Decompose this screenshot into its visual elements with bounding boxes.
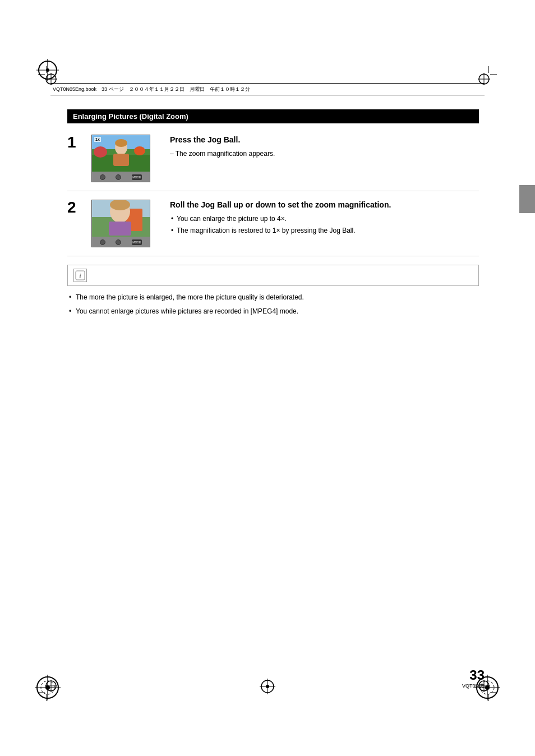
svg-point-41 xyxy=(94,146,107,158)
step-1-desc: – The zoom magnification appears. xyxy=(170,149,479,159)
large-reg-bl2 xyxy=(35,675,61,703)
main-content: Enlarging Pictures (Digital Zoom) 1 xyxy=(67,109,479,321)
large-reg-tl xyxy=(36,59,59,84)
note-icon: i xyxy=(73,269,87,282)
step-2-title: Roll the Jog Ball up or down to set the … xyxy=(170,200,479,210)
section-title: Enlarging Pictures (Digital Zoom) xyxy=(67,109,479,123)
step-1-zoom-label: 1x xyxy=(94,137,101,142)
ctrl-btn-4 xyxy=(116,239,121,245)
ctrl-mode-btn-2: MODE xyxy=(132,239,142,245)
center-reg-bottom xyxy=(260,679,275,697)
svg-point-45 xyxy=(115,139,127,147)
svg-rect-51 xyxy=(109,222,131,236)
step-1-number: 1 xyxy=(67,135,87,182)
step-1-content: Press the Jog Ball. – The zoom magnifica… xyxy=(170,135,479,182)
step-1-camera-image: 1x MODE xyxy=(91,135,150,182)
page-number-area: 33 VQT0N05 xyxy=(462,667,485,689)
page-number: 33 xyxy=(462,667,485,683)
step-2-bullet-2: The magnification is restored to 1× by p… xyxy=(177,226,479,236)
header-rule: VQT0N05Eng.book 33 ページ ２００４年１１月２２日 月曜日 午… xyxy=(50,83,485,95)
step-2-controls: MODE xyxy=(92,237,150,247)
step-1-image-wrapper: 1x MODE xyxy=(91,135,162,182)
ctrl-btn-3 xyxy=(100,239,105,245)
header-text: VQT0N05Eng.book 33 ページ ２００４年１１月２２日 月曜日 午… xyxy=(53,86,250,93)
note-2: You cannot enlarge pictures while pictur… xyxy=(76,307,479,316)
step-1-title: Press the Jog Ball. xyxy=(170,135,479,145)
svg-point-42 xyxy=(134,146,145,155)
ctrl-btn-2 xyxy=(116,174,121,180)
step-2-content: Roll the Jog Ball up or down to set the … xyxy=(170,200,479,247)
step-1-screen: 1x xyxy=(92,135,150,172)
step-2-camera-image: MODE xyxy=(91,200,150,247)
step-1-controls: MODE xyxy=(92,172,150,182)
right-tab xyxy=(519,185,535,213)
notes-section: The more the picture is enlarged, the mo… xyxy=(67,293,479,316)
ctrl-mode-btn: MODE xyxy=(132,174,142,180)
ctrl-btn-1 xyxy=(100,174,105,180)
svg-rect-44 xyxy=(113,154,129,166)
page-code: VQT0N05 xyxy=(462,683,485,689)
step-2-number: 2 xyxy=(67,200,87,247)
step-1: 1 xyxy=(67,135,479,191)
svg-text:i: i xyxy=(79,272,81,279)
step-2-image-wrapper: MODE xyxy=(91,200,162,247)
note-1: The more the picture is enlarged, the mo… xyxy=(76,293,479,302)
step-2-bullet-1: You can enlarge the picture up to 4×. xyxy=(177,214,479,224)
step-2: 2 MODE xyxy=(67,200,479,256)
step-2-screen xyxy=(92,200,150,237)
note-box: i xyxy=(67,265,479,286)
